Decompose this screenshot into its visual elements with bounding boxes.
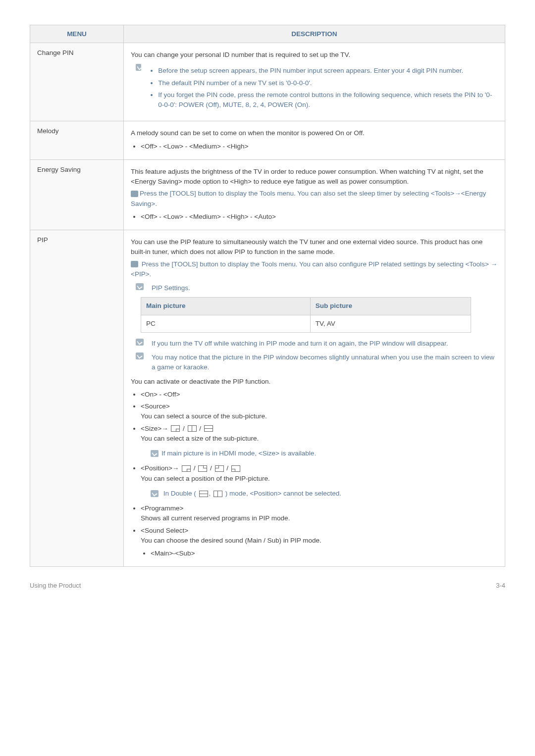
row-melody: Melody A melody sound can be set to come…: [30, 121, 505, 160]
sub-picture-value: TV, AV: [310, 315, 471, 332]
size-note: If main picture is in HDMI mode, <Size> …: [161, 450, 316, 457]
tools-icon: [131, 261, 138, 267]
note-icon: [136, 283, 144, 290]
menu-label: Melody: [30, 121, 124, 160]
size-double-h-icon: [204, 425, 213, 432]
tools-tip: Press the [TOOLS] button to display the …: [131, 189, 498, 209]
intro-text: You can change your personal ID number t…: [131, 50, 498, 60]
note-icon: [151, 490, 159, 497]
intro-text: You can use the PIP feature to simultane…: [131, 237, 498, 257]
note-block: Before the setup screen appears, the PIN…: [136, 64, 498, 112]
row-energy-saving: Energy Saving This feature adjusts the b…: [30, 159, 505, 230]
size-small-icon: [171, 425, 180, 432]
option-sound-select: <Sound Select> You can choose the desire…: [141, 526, 498, 559]
option-list: <Off> - <Low> - <Medium> - <High> - <Aut…: [141, 212, 498, 222]
tools-tip: Press the [TOOLS] button to display the …: [131, 259, 498, 280]
main-picture-value: PC: [141, 315, 311, 332]
size-double-v-icon: [188, 425, 197, 432]
main-picture-header: Main picture: [141, 298, 311, 315]
pos-tl-icon: [215, 465, 224, 472]
note-icon: [136, 353, 144, 359]
pip-note: If you turn the TV off while watching in…: [152, 339, 498, 349]
sub-picture-header: Sub picture: [310, 298, 471, 315]
option-onoff: <On> - <Off>: [141, 390, 498, 400]
menu-label: Energy Saving: [30, 159, 124, 230]
double-h-icon: [199, 491, 208, 497]
pos-bl-icon: [231, 465, 240, 472]
option-programme: <Programme> Shows all current reserved p…: [141, 504, 498, 524]
option-position: <Position>→ / / / You can select a posit…: [141, 463, 498, 499]
option-size: <Size>→ / / You can select a size of the…: [141, 424, 498, 459]
note-icon: [136, 339, 144, 346]
note-icon: [151, 450, 159, 457]
description-cell: You can use the PIP feature to simultane…: [124, 230, 505, 567]
double-v-icon: [214, 491, 222, 497]
page-number: 3-4: [496, 582, 505, 589]
page-footer: Using the Product 3-4: [30, 582, 505, 589]
option-source: <Source> You can select a source of the …: [141, 402, 498, 422]
row-change-pin: Change PIN You can change your personal …: [30, 43, 505, 121]
note-icon: [136, 64, 141, 71]
footer-title: Using the Product: [30, 582, 81, 589]
description-cell: You can change your personal ID number t…: [124, 43, 505, 121]
note-item: Before the setup screen appears, the PIN…: [158, 66, 498, 76]
pip-table: Main picture Sub picture PC TV, AV: [141, 297, 471, 333]
pos-br-icon: [182, 465, 191, 472]
note-item: The default PIN number of a new TV set i…: [158, 78, 498, 88]
settings-table: MENU DESCRIPTION Change PIN You can chan…: [30, 25, 505, 567]
intro-text: A melody sound can be set to come on whe…: [131, 128, 498, 138]
pip-settings-label: PIP Settings.: [152, 283, 498, 293]
intro-text: This feature adjusts the brightness of t…: [131, 167, 498, 187]
activate-text: You can activate or deactivate the PIP f…: [131, 377, 498, 387]
position-note: In Double ( , ) mode, <Position> cannot …: [163, 490, 341, 497]
description-cell: This feature adjusts the brightness of t…: [124, 159, 505, 230]
menu-label: PIP: [30, 230, 124, 567]
row-pip: PIP You can use the PIP feature to simul…: [30, 230, 505, 567]
tools-icon: [131, 191, 138, 197]
description-header: DESCRIPTION: [124, 25, 505, 43]
description-cell: A melody sound can be set to come on whe…: [124, 121, 505, 160]
pip-note: You may notice that the picture in the P…: [152, 353, 498, 373]
menu-header: MENU: [30, 25, 124, 43]
note-item: If you forget the PIN code, press the re…: [158, 90, 498, 110]
option-list: <Off> - <Low> - <Medium> - <High>: [141, 142, 498, 151]
menu-label: Change PIN: [30, 43, 124, 121]
pos-tr-icon: [198, 465, 207, 472]
sound-option: <Main>-<Sub>: [151, 549, 498, 558]
